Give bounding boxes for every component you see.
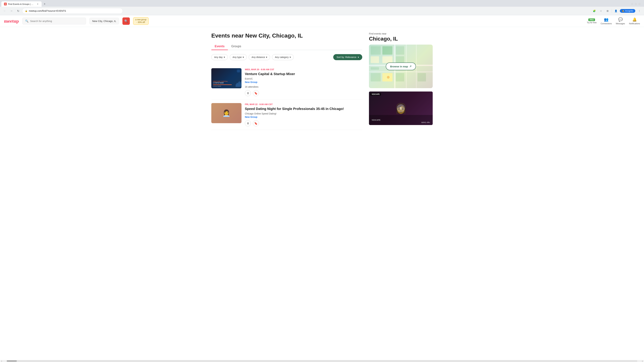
pause-button[interactable]: ⏸ xyxy=(397,104,405,112)
promo-badge[interactable]: a new group - 30% off! xyxy=(133,17,148,25)
bookmark-button-1[interactable]: 🔖 xyxy=(253,90,259,96)
event-card-1: 🏙 VENTURE CAPITAL & STARTUP MIXER STARTU… xyxy=(211,65,362,100)
incognito-icon: 🕵 xyxy=(622,10,624,12)
tab-favicon: M xyxy=(4,3,7,5)
svg-rect-7 xyxy=(382,46,392,55)
address-bar[interactable]: 🔒 meetup.com/find/?source=EVENTS xyxy=(22,8,123,14)
event-details-2: FRI, MAR 22 · 9:00 AM CST Speed Dating N… xyxy=(245,103,362,126)
connections-label: Connections xyxy=(600,22,612,25)
vc-class-label: 6 xyxy=(237,70,240,72)
event-date-1: WED, MAR 20 · 8:00 AM CST xyxy=(245,68,362,71)
sort-chevron: ▾ xyxy=(358,56,359,58)
category-filter-chevron: ▾ xyxy=(290,56,291,58)
filters-bar: Any day ▾ Any type ▾ Any distance ▾ Any … xyxy=(211,54,362,60)
bookmark-button-2[interactable]: 🔖 xyxy=(253,120,259,126)
svg-rect-2 xyxy=(369,71,433,72)
messages-label: Messages xyxy=(616,22,625,25)
try-for-free-nav-item[interactable]: PRO Try for free xyxy=(587,18,596,24)
day-filter-chevron: ▾ xyxy=(224,56,225,58)
tab-groups[interactable]: Groups xyxy=(228,43,244,50)
city-name: Chicago, IL xyxy=(369,36,433,42)
type-filter-chevron: ▾ xyxy=(243,56,244,58)
sort-button[interactable]: Sort by: Relevance ▾ xyxy=(333,54,362,60)
video-offer-text: tablefy offer xyxy=(421,121,430,123)
tab-title: Find Events & Groups | Meetup xyxy=(8,3,35,5)
type-filter-label: Any type xyxy=(232,56,242,58)
search-icon: 🔍 xyxy=(25,19,28,23)
share-button-1[interactable]: ⬆ xyxy=(245,90,251,96)
close-tab-button[interactable]: ✕ xyxy=(36,3,39,5)
search-input[interactable] xyxy=(30,19,83,22)
bell-icon: 🔔 xyxy=(632,17,637,22)
back-button[interactable]: ← xyxy=(2,8,8,13)
tab-events[interactable]: Events xyxy=(211,43,228,50)
browser-tab-active[interactable]: M Find Events & Groups | Meetup ✕ xyxy=(1,1,42,7)
event-organizer-1: EoinVC xyxy=(245,77,362,80)
speed-date-person-icon: 👩‍💼 xyxy=(222,109,230,117)
distance-filter[interactable]: Any distance ▾ xyxy=(249,54,270,60)
tab-grid-button[interactable]: ⊞ xyxy=(605,8,610,13)
svg-rect-19 xyxy=(408,73,414,81)
new-group-link-2[interactable]: New Group xyxy=(245,116,362,118)
pro-badge: PRO xyxy=(588,18,595,21)
new-group-link-1[interactable]: New Group xyxy=(245,81,362,83)
connections-nav-item[interactable]: 👥 Connections xyxy=(600,17,612,25)
svg-rect-11 xyxy=(382,56,392,63)
meetup-logo[interactable]: meetup xyxy=(4,18,19,24)
distance-filter-chevron: ▾ xyxy=(266,56,267,58)
type-filter[interactable]: Any type ▾ xyxy=(230,54,247,60)
svg-rect-8 xyxy=(396,46,404,55)
sidebar: Find events near Chicago, IL xyxy=(369,32,433,130)
expand-icon: ↗ xyxy=(410,65,412,68)
browser-chrome: M Find Events & Groups | Meetup ✕ + ← → … xyxy=(0,0,644,15)
new-tab-button[interactable]: + xyxy=(42,2,47,6)
search-button[interactable]: 🔍 xyxy=(122,17,130,25)
event-image-2[interactable]: 👩‍💼 xyxy=(211,103,242,123)
maximize-button[interactable] xyxy=(634,3,637,5)
minimize-button[interactable] xyxy=(631,3,633,5)
messages-icon: 💬 xyxy=(618,17,623,22)
pause-icon: ⏸ xyxy=(399,106,402,110)
incognito-badge: 🕵 Incognito xyxy=(620,9,635,13)
location-bar[interactable]: New City, Chicago, IL xyxy=(90,18,119,24)
location-text: New City, Chicago, IL xyxy=(92,19,116,22)
forward-button[interactable]: → xyxy=(9,8,14,13)
url-text: meetup.com/find/?source=EVENTS xyxy=(29,9,120,12)
try-for-free-label: Try for free xyxy=(587,21,596,24)
event-actions-2: ⬆ 🔖 xyxy=(245,120,362,126)
close-window-button[interactable] xyxy=(638,3,641,5)
share-button-2[interactable]: ⬆ xyxy=(245,120,251,126)
bookmark-button[interactable]: ☆ xyxy=(598,8,604,13)
event-attendees-1: 16 attendees xyxy=(245,85,362,88)
search-bar[interactable]: 🔍 xyxy=(22,17,86,24)
messages-nav-item[interactable]: 💬 Messages xyxy=(616,17,625,25)
more-options-button[interactable]: ⋮ xyxy=(636,8,642,13)
browse-in-map-button[interactable]: Browse in map ↗ xyxy=(386,62,416,70)
svg-rect-5 xyxy=(416,44,417,88)
page-title: Events near New City, Chicago, IL xyxy=(211,32,362,39)
vc-orange-bar xyxy=(213,84,232,85)
day-filter[interactable]: Any day ▾ xyxy=(211,54,228,60)
event-title-1[interactable]: Venture Capital & Startup Mixer xyxy=(245,72,362,76)
event-title-2[interactable]: Speed Dating Night for Single Profession… xyxy=(245,107,362,111)
svg-rect-10 xyxy=(371,56,379,63)
notifications-nav-item[interactable]: 🔔 Notifications xyxy=(629,17,640,25)
event-actions-1: ⬆ 🔖 xyxy=(245,90,362,96)
connections-icon: 👥 xyxy=(604,17,608,22)
reload-button[interactable]: ↻ xyxy=(16,8,21,13)
lock-icon: 🔒 xyxy=(25,10,28,12)
video-overlay: ⏸ xyxy=(369,91,433,125)
browser-actions: 🧩 ☆ ⊞ 👤 🕵 Incognito ⋮ xyxy=(592,8,642,13)
svg-point-22 xyxy=(387,76,390,79)
video-bg: 👩 VESCAPE ⏸ VESCAPE tablefy offer xyxy=(369,91,433,125)
extensions-button[interactable]: 🧩 xyxy=(592,8,597,13)
promo-line1: a new group xyxy=(135,18,146,21)
browse-map-label: Browse in map xyxy=(390,65,408,68)
event-image-1[interactable]: 🏙 VENTURE CAPITAL & STARTUP MIXER STARTU… xyxy=(211,68,242,88)
skyline-decoration: 🏙 xyxy=(236,81,242,88)
profile-button[interactable]: 👤 xyxy=(613,8,618,13)
find-events-near-label: Find events near xyxy=(369,32,433,35)
main-content: Events near New City, Chicago, IL Events… xyxy=(204,27,440,135)
svg-rect-16 xyxy=(371,73,381,81)
category-filter[interactable]: Any category ▾ xyxy=(272,54,294,60)
